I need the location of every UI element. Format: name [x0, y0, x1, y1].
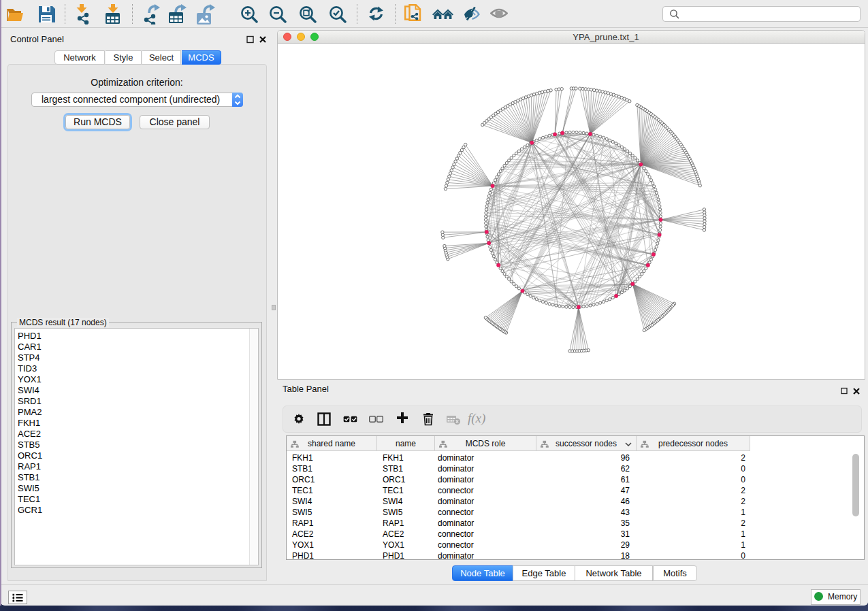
svg-text:f(x): f(x) [468, 412, 485, 426]
